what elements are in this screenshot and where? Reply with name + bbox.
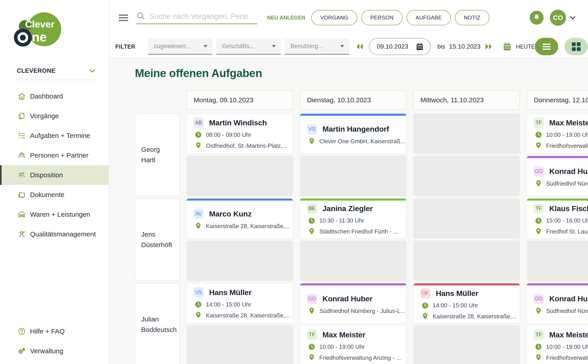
sidebar-item-verwaltung[interactable]: Verwaltung (0, 341, 109, 361)
day-header: Montag, 09.10.2023 (187, 91, 293, 110)
chevron-down-icon[interactable] (569, 14, 576, 21)
map-pin-icon (308, 307, 316, 315)
list-view-button[interactable] (535, 38, 558, 55)
search-input[interactable] (150, 12, 248, 21)
sidebar-footer-nav: Hilfe + FAQVerwaltung (0, 321, 109, 361)
task-location: Städtischen Friedhof Fürth - ... (307, 228, 402, 236)
notifications-button[interactable] (530, 11, 544, 25)
task-badge: VS (193, 287, 204, 298)
task-person-name: Max Meister (322, 331, 365, 339)
hamburger-menu-icon[interactable] (119, 14, 128, 21)
task-time-text: 10:00 - 19:00 Uhr (546, 343, 588, 350)
task-location-text: Südfriedhof Nürnberg - Julius-L... (546, 308, 588, 314)
people-group-icon (18, 171, 26, 179)
logo-text-clever: Clever (25, 19, 54, 30)
task-card[interactable]: TFMax Meister10:00 - 19:00 UhrFriedhofsv… (527, 113, 588, 154)
task-card[interactable]: VSMartin HangendorfClever One GmbH, Kais… (300, 113, 407, 154)
task-person-name: Martin Hangendorf (322, 125, 389, 133)
task-card[interactable]: BEJanina Ziegler10:30 - 11:30 UhrStädtis… (300, 198, 407, 239)
today-calendar-icon[interactable] (502, 41, 512, 52)
map-pin-icon (535, 180, 542, 188)
card-body: BEJanina Ziegler10:30 - 11:30 UhrStädtis… (300, 201, 406, 238)
day-header-label: Mittwoch, 11.10.2023 (420, 96, 484, 104)
filter-dropdown-3[interactable]: Benutzerg... (285, 39, 349, 55)
new-anlegen-label: NEU ANLEGEN (267, 15, 305, 21)
card-head: TFMax Meister (307, 330, 402, 340)
task-time: 15:00 - 16:00 Uhr (534, 217, 588, 225)
card-head: VSHans Müller (193, 287, 288, 298)
task-card[interactable]: GOKonrad HuberSüdfriedhof Nürnberg - Jul… (300, 283, 407, 324)
task-card[interactable]: GOKonrad HuberSüdfriedhof Nürnberg - Jul… (527, 283, 588, 324)
clock-icon (308, 343, 316, 351)
today-button[interactable]: HEUTE (516, 43, 535, 50)
task-card[interactable]: TFKlaus Fischer15:00 - 16:00 UhrFriedhof… (527, 198, 588, 239)
task-time-text: 10:30 - 11:30 Uhr (319, 217, 364, 224)
workspace-label: CLEVERONE (17, 67, 56, 74)
task-badge: GO (534, 294, 544, 304)
task-person-name: Martin Windisch (209, 118, 267, 127)
task-badge: AB (193, 117, 204, 128)
sidebar-item-label: Qualitätsmanagement (30, 230, 96, 238)
date-forward-button[interactable] (484, 43, 493, 50)
sidebar-item-dashboard[interactable]: Dashboard (0, 86, 109, 106)
date-to-value[interactable]: 15.10.2023 (449, 43, 481, 50)
task-location-text: Südfriedhof Nürnberg - Julius-L... (546, 180, 588, 187)
grid-view-button[interactable] (564, 38, 588, 55)
empty-slot (300, 241, 407, 281)
task-card[interactable]: GOKonrad HuberSüdfriedhof Nürnberg - Jul… (527, 156, 588, 196)
card-accent-bar (300, 199, 406, 201)
empty-slot (187, 241, 293, 281)
filter-dropdown-1[interactable]: zugewiesen... (148, 39, 213, 55)
clock-icon (194, 131, 202, 139)
date-back-button[interactable] (355, 43, 364, 50)
sidebar-item-personen-partner[interactable]: Personen + Partner (0, 145, 109, 165)
task-card[interactable]: AVMarco KunzKaiserstraße 28, Kaiserstraß… (187, 198, 293, 239)
task-badge: TF (307, 330, 317, 340)
task-location: Kaiserstraße 28, Kaiserstraße,... (193, 222, 288, 230)
task-card[interactable]: ÜFHans Müller14:00 - 15:00 UhrKaiserstra… (413, 283, 520, 324)
card-head: ABMartin Windisch (193, 117, 288, 128)
sidebar-item-hilfe-faq[interactable]: Hilfe + FAQ (0, 321, 109, 341)
empty-slot (413, 241, 520, 281)
day-cell: VSHans Müller14:00 - 15:00 UhrKaiserstra… (187, 283, 293, 364)
workspace-selector[interactable]: CLEVERONE (17, 64, 96, 78)
task-card[interactable]: VSHans Müller14:00 - 15:00 UhrKaiserstra… (187, 283, 293, 324)
sidebar: Clever ne CLEVERONE DashboardVorgängeAuf… (0, 0, 109, 364)
create-vorgang-button[interactable]: VORGANG (311, 10, 357, 25)
card-body: GOKonrad HuberSüdfriedhof Nürnberg - Jul… (527, 286, 588, 323)
sidebar-item-disposition[interactable]: Disposition (0, 165, 109, 185)
card-accent-bar (187, 199, 293, 201)
sidebar-item-dokumente[interactable]: Dokumente (0, 185, 109, 205)
sidebar-item-label: Disposition (30, 171, 63, 179)
task-time: 10:00 - 19:00 Uhr (534, 131, 588, 139)
create-aufgabe-button[interactable]: AUFGABE (407, 10, 451, 25)
sidebar-item-waren-leistungen[interactable]: Waren + Leistungen (0, 205, 109, 224)
empty-slot (187, 156, 293, 196)
sidebar-item-aufgaben-termine[interactable]: Aufgaben + Termine (0, 126, 109, 145)
task-location-text: Kaiserstraße 28, Kaiserstraße,... (433, 313, 516, 320)
create-notiz-button[interactable]: NOTIZ (455, 10, 489, 25)
sidebar-item-qualitätsmanagement[interactable]: Qualitätsmanagement (0, 224, 109, 244)
card-body: VSMartin HangendorfClever One GmbH, Kais… (300, 116, 406, 154)
sidebar-nav: DashboardVorgängeAufgaben + TerminePerso… (0, 86, 109, 244)
home-icon (18, 92, 26, 101)
sidebar-item-vorgänge[interactable]: Vorgänge (0, 106, 109, 126)
day-header-label: Dienstag, 10.10.2023 (307, 96, 371, 104)
task-time: 10:00 - 19:00 Uhr (307, 343, 402, 351)
day-cell: BEJanina Ziegler10:30 - 11:30 UhrStädtis… (300, 198, 407, 281)
task-card[interactable]: TFMax Meister10:00 - 19:00 UhrFriedhofsv… (527, 325, 588, 364)
task-card[interactable]: TFMax Meister10:00 - 19:00 UhrFriedhofsv… (300, 325, 407, 364)
task-card[interactable]: ABMartin Windisch08:00 - 09:00 UhrOstfri… (187, 113, 293, 154)
topbar-right: CO (530, 10, 576, 26)
card-body: ABMartin Windisch08:00 - 09:00 UhrOstfri… (187, 114, 293, 154)
avatar[interactable]: CO (550, 10, 566, 26)
clock-icon (535, 131, 542, 139)
create-buttons: VORGANGPERSONAUFGABENOTIZ (311, 10, 489, 25)
caret-down-icon (272, 45, 276, 47)
task-location: Clever One GmbH, Kaiserstraß... (307, 137, 402, 145)
task-time-text: 15:00 - 16:00 Uhr (546, 217, 588, 224)
create-person-button[interactable]: PERSON (361, 10, 402, 25)
filter-dropdown-2[interactable]: Geschäfts... (216, 39, 281, 55)
date-from-input[interactable]: 09.10.2023 (369, 38, 431, 55)
map-pin-icon (421, 312, 429, 321)
